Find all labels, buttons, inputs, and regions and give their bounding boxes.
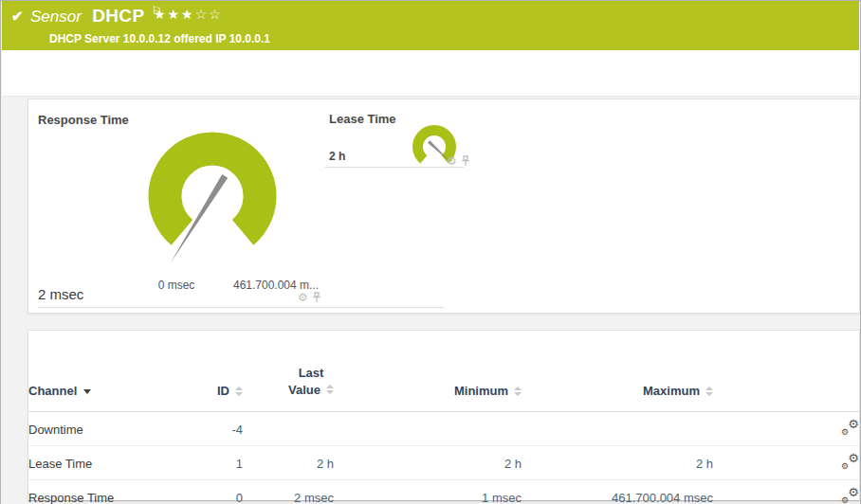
sensor-title: Sensor DHCP ⚐: [30, 6, 162, 27]
column-header-actions: [713, 331, 859, 412]
status-ok-check-icon: ✔: [11, 8, 24, 25]
gauge-settings-gear-icon[interactable]: ⚙: [447, 155, 457, 167]
column-header-maximum[interactable]: Maximum: [522, 331, 713, 412]
lease-time-gauge-title: Lease Time: [329, 112, 396, 126]
header-label: ID: [217, 384, 229, 398]
column-header-channel[interactable]: Channel: [28, 331, 142, 412]
channel-name: Downtime: [28, 412, 142, 446]
tab-bar: Overview Live Data 2 days 30 days 365 da…: [2, 50, 859, 97]
response-time-gauge: [141, 125, 284, 267]
channel-id: 1: [142, 446, 243, 480]
table-row: Lease Time 1 2 h 2 h 2 h ⚙⚙: [28, 446, 859, 480]
pin-icon[interactable]: [461, 155, 470, 167]
channel-table-panel: Channel ID Last Value Minimum Maximum: [27, 330, 860, 501]
table-header-row: Channel ID Last Value Minimum Maximum: [28, 331, 859, 412]
sort-desc-icon: [83, 389, 91, 394]
stars-filled[interactable]: ★★★: [154, 7, 195, 22]
gauge-tools: ⚙: [447, 155, 470, 167]
response-time-current-value: 2 msec: [38, 286, 83, 302]
gauge-tools: ⚙: [298, 292, 321, 303]
column-header-last-value[interactable]: Last Value: [243, 331, 334, 412]
header-label: Channel: [28, 384, 77, 398]
divider: [325, 167, 464, 168]
channel-id: 0: [142, 480, 243, 504]
header-label: Minimum: [454, 384, 508, 398]
channel-name: Lease Time: [28, 446, 142, 480]
prtg-sensor-page: ✔ Sensor DHCP ⚐ ★★★☆☆ DHCP Server 10.0.0…: [0, 0, 861, 504]
sensor-kind-label: Sensor: [30, 8, 82, 26]
gauges-panel: Response Time 0 msec 461.700.004 m... 2 …: [27, 99, 860, 314]
divider: [38, 307, 444, 308]
sort-icon: [326, 385, 334, 394]
sort-icon: [705, 387, 713, 396]
header-label: Value: [288, 383, 321, 397]
channel-last-value: 2 h: [243, 446, 334, 480]
channel-settings-gears-icon[interactable]: ⚙⚙: [841, 489, 859, 503]
channel-minimum: 2 h: [334, 446, 522, 480]
header-label: Maximum: [643, 384, 700, 398]
table-row: Response Time 0 2 msec 1 msec 461.700.00…: [28, 480, 859, 504]
channel-settings-gears-icon[interactable]: ⚙⚙: [841, 455, 859, 469]
sensor-message: DHCP Server 10.0.0.12 offered IP 10.0.0.…: [49, 32, 270, 45]
lease-time-current-value: 2 h: [329, 150, 345, 163]
channel-minimum: [334, 412, 522, 446]
response-time-gauge-title: Response Time: [38, 113, 129, 127]
gauge-min-label: 0 msec: [150, 279, 203, 292]
sensor-header: ✔ Sensor DHCP ⚐ ★★★☆☆ DHCP Server 10.0.0…: [2, 1, 859, 50]
priority-stars[interactable]: ★★★☆☆: [154, 7, 223, 22]
stars-empty[interactable]: ☆☆: [195, 7, 223, 22]
channel-table: Channel ID Last Value Minimum Maximum: [28, 331, 859, 504]
channel-settings-gears-icon[interactable]: ⚙⚙: [841, 421, 859, 435]
channel-last-value: 2 msec: [243, 480, 334, 504]
sort-icon: [514, 387, 522, 396]
gauge-settings-gear-icon[interactable]: ⚙: [298, 292, 308, 303]
channel-name: Response Time: [28, 480, 142, 504]
column-header-id[interactable]: ID: [142, 331, 243, 412]
channel-maximum: 461.700.004 msec: [522, 480, 713, 504]
column-header-minimum[interactable]: Minimum: [334, 331, 522, 412]
channel-maximum: [522, 412, 713, 446]
table-row: Downtime -4 ⚙⚙: [28, 412, 859, 446]
gauge-max-label: 461.700.004 m...: [214, 279, 338, 292]
channel-minimum: 1 msec: [334, 480, 522, 504]
channel-maximum: 2 h: [522, 446, 713, 480]
sensor-name: DHCP: [92, 6, 144, 26]
channel-id: -4: [142, 412, 243, 446]
pin-icon[interactable]: [312, 292, 321, 303]
header-label: Last: [299, 366, 324, 380]
sort-icon: [235, 387, 243, 396]
channel-last-value: [243, 412, 334, 446]
